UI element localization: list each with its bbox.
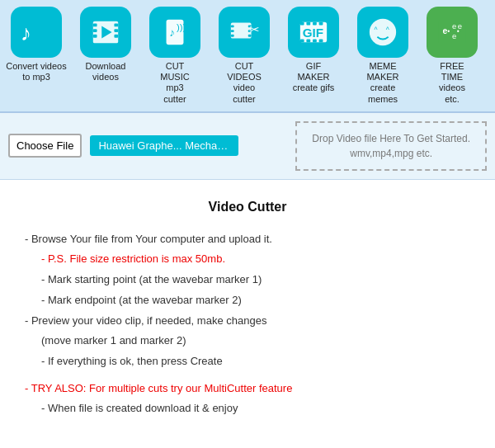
svg-rect-25 <box>306 22 310 26</box>
instruction-line-6: (move marker 1 and marker 2) <box>25 331 470 351</box>
sidebar-item-download-videos[interactable]: Downloadvideos <box>73 7 139 83</box>
svg-rect-27 <box>319 22 323 26</box>
instruction-line-5: - Preview your video clip, if needed, ma… <box>25 311 470 332</box>
svg-text:♪: ♪ <box>169 26 175 39</box>
instruction-line-4: - Mark endpoint (at the wavebar marker 2… <box>25 290 470 311</box>
svg-text:)))): )))) <box>177 22 189 32</box>
sidebar-item-free-time[interactable]: e e e • • e FREETIMEvideosetc. <box>419 7 485 105</box>
selected-file-name: Huawei Graphe... Mechanism.mp4 <box>90 135 238 156</box>
tool-label-cut-music: CUTMUSICmp3cutter <box>160 61 189 105</box>
svg-text:GIF: GIF <box>303 26 323 40</box>
last-line: - When file is created download it & enj… <box>25 398 470 419</box>
gif-icon: GIF <box>288 7 339 58</box>
svg-text:e: e <box>452 21 456 31</box>
sidebar-item-convert-mp3[interactable]: ♪ Convert videos to mp3 <box>3 7 69 83</box>
section-title: Video Cutter <box>25 200 470 215</box>
sidebar-item-cut-videos[interactable]: ✂ CUTVIDEOSvideocutter <box>211 7 277 105</box>
sidebar-item-gif-maker[interactable]: GIF GIFMAKERcreate gifs <box>280 7 346 94</box>
main-content: Video Cutter - Browse Your file from You… <box>0 180 495 436</box>
tool-label-free: FREETIMEvideosetc. <box>439 61 465 105</box>
svg-rect-5 <box>93 35 97 38</box>
svg-text:✂: ✂ <box>249 22 260 36</box>
svg-rect-4 <box>93 29 97 32</box>
svg-rect-31 <box>319 40 323 43</box>
tool-label-download: Downloadvideos <box>86 61 126 83</box>
cut-music-icon: ♪ )))) <box>149 7 200 58</box>
sidebar-item-meme-maker[interactable]: ^ ^ MEMEMAKERcreatememes <box>350 7 416 105</box>
tool-label-gif: GIFMAKERcreate gifs <box>293 61 335 94</box>
svg-rect-28 <box>300 40 304 43</box>
svg-text:^: ^ <box>375 26 378 34</box>
sidebar-item-cut-music[interactable]: ♪ )))) CUTMUSICmp3cutter <box>142 7 208 105</box>
drop-hint-text: Drop Video file Here To Get Started. <box>312 133 470 144</box>
svg-text:^: ^ <box>386 26 389 34</box>
drop-formats-text: wmv,mp4,mpg etc. <box>350 148 432 159</box>
svg-text:•: • <box>447 27 450 35</box>
svg-rect-29 <box>306 40 310 43</box>
svg-rect-17 <box>231 35 234 37</box>
choose-file-button[interactable]: Choose File <box>8 134 82 158</box>
svg-text:♪: ♪ <box>21 21 31 45</box>
tool-label-cut-videos: CUTVIDEOSvideocutter <box>227 61 262 105</box>
instruction-line-7: - If everything is ok, then press Create <box>25 351 470 372</box>
instruction-line-1: - Browse Your file from Your computer an… <box>25 229 470 250</box>
svg-rect-26 <box>313 22 317 26</box>
drop-zone[interactable]: Drop Video file Here To Get Started. wmv… <box>295 121 487 171</box>
svg-text:e: e <box>452 31 456 40</box>
tool-label-meme: MEMEMAKERcreatememes <box>366 61 398 105</box>
instruction-line-3: - Mark starting point (at the wavebar ma… <box>25 270 470 290</box>
mp3-icon: ♪ <box>11 7 62 58</box>
download-icon <box>80 7 131 58</box>
try-also-text: - TRY ALSO: For multiple cuts try our Mu… <box>25 379 470 399</box>
svg-rect-3 <box>93 24 97 27</box>
cut-video-icon: ✂ <box>219 7 270 58</box>
svg-rect-24 <box>300 22 304 26</box>
svg-rect-15 <box>231 25 234 27</box>
file-upload-area: Choose File Huawei Graphe... Mechanism.m… <box>0 113 495 180</box>
svg-rect-8 <box>114 35 118 38</box>
meme-icon: ^ ^ <box>357 7 408 58</box>
tool-label-mp3: Convert videos to mp3 <box>3 61 69 83</box>
svg-rect-16 <box>231 30 234 32</box>
instructions: - Browse Your file from Your computer an… <box>25 229 470 419</box>
toolbar: ♪ Convert videos to mp3 Downloadvideos <box>0 0 495 113</box>
svg-text:e: e <box>458 21 462 31</box>
svg-rect-30 <box>313 40 317 43</box>
svg-rect-6 <box>114 24 118 27</box>
instruction-line-2: - P.S. File size restriction is max 50mb… <box>25 249 470 270</box>
svg-rect-7 <box>114 29 118 32</box>
free-time-icon: e e e • • e <box>427 7 478 58</box>
